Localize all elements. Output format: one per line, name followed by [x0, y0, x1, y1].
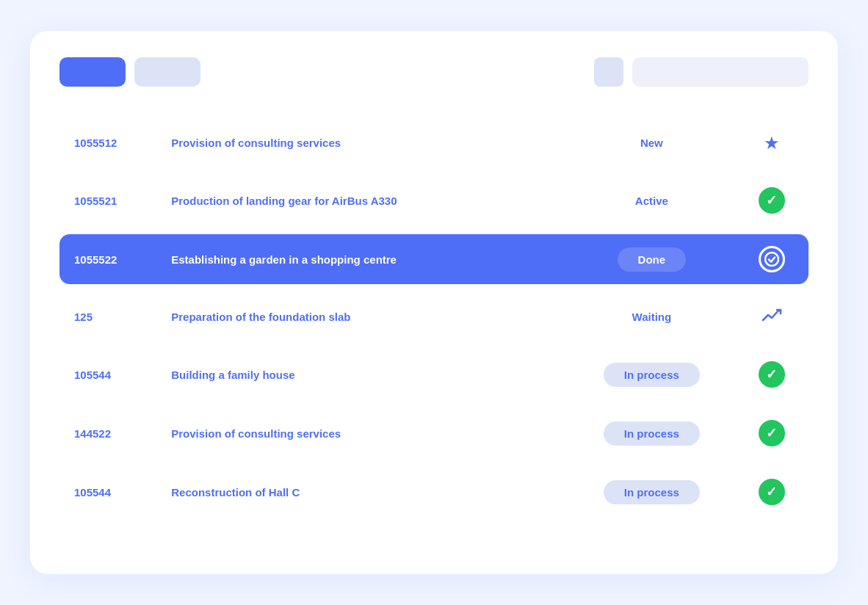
checkmark-icon: ✓	[759, 187, 785, 214]
toolbar-right	[594, 57, 809, 87]
row-name: Reconstruction of Hall C	[156, 467, 568, 517]
row-id: 105544	[59, 467, 156, 517]
row-spacer	[59, 170, 809, 173]
row-id: 125	[59, 293, 156, 341]
row-status: In process	[568, 467, 734, 517]
trending-icon	[762, 307, 782, 327]
row-spacer	[59, 461, 809, 464]
row-spacer	[59, 228, 809, 231]
search-input[interactable]	[632, 57, 809, 87]
row-status: In process	[568, 349, 734, 399]
row-name: Production of landing gear for AirBus A3…	[156, 175, 568, 225]
status-badge: In process	[604, 421, 700, 446]
row-status: Waiting	[568, 293, 734, 341]
table-row[interactable]: 1055521Production of landing gear for Ai…	[59, 175, 809, 225]
table-row[interactable]: 105544Building a family houseIn process✓	[59, 349, 809, 399]
row-spacer	[59, 344, 809, 347]
filter-icon[interactable]	[594, 57, 623, 87]
table-row[interactable]: 144522Provision of consulting servicesIn…	[59, 408, 809, 458]
row-id: 1055522	[59, 234, 156, 284]
star-icon: ★	[764, 133, 780, 153]
row-status: New	[568, 119, 734, 167]
status-badge: Waiting	[612, 305, 692, 329]
checkmark-outline-icon	[759, 246, 785, 272]
table-row[interactable]: 125Preparation of the foundation slabWai…	[59, 293, 809, 341]
checkmark-icon: ✓	[759, 479, 785, 505]
row-status: Done	[568, 234, 734, 284]
row-action[interactable]: ✓	[734, 467, 809, 517]
row-status: Active	[568, 175, 734, 225]
row-action[interactable]: ✓	[734, 175, 809, 225]
row-spacer	[59, 402, 809, 405]
status-badge: Done	[618, 247, 687, 272]
row-action[interactable]: ✓	[734, 408, 809, 458]
toolbar-left	[59, 57, 200, 87]
row-action[interactable]	[734, 293, 809, 341]
status-badge: New	[620, 131, 684, 155]
status-badge: In process	[604, 480, 700, 504]
row-id: 1055521	[59, 175, 156, 225]
checkmark-icon: ✓	[759, 420, 785, 446]
toolbar	[59, 57, 809, 87]
status-badge: Active	[615, 189, 689, 213]
row-action[interactable]: ✓	[734, 349, 809, 399]
status-badge: In process	[604, 363, 700, 387]
row-id: 1055512	[59, 119, 156, 167]
row-name: Provision of consulting services	[156, 408, 568, 458]
row-action[interactable]	[734, 234, 809, 284]
data-table: 1055512Provision of consulting servicesN…	[59, 116, 809, 520]
row-name: Provision of consulting services	[156, 119, 568, 167]
primary-button[interactable]	[59, 57, 126, 87]
secondary-button[interactable]	[134, 57, 200, 87]
svg-point-0	[765, 253, 778, 266]
row-id: 144522	[59, 408, 156, 458]
row-action[interactable]: ★	[734, 119, 809, 167]
checkmark-icon: ✓	[759, 361, 785, 388]
row-spacer	[59, 287, 809, 290]
main-card: 1055512Provision of consulting servicesN…	[30, 31, 838, 574]
table-row[interactable]: 1055522Establishing a garden in a shoppi…	[59, 234, 809, 284]
row-id: 105544	[59, 349, 156, 399]
row-status: In process	[568, 408, 734, 458]
table-row[interactable]: 105544Reconstruction of Hall CIn process…	[59, 467, 809, 517]
table-row[interactable]: 1055512Provision of consulting servicesN…	[59, 119, 809, 167]
row-name: Preparation of the foundation slab	[156, 293, 568, 341]
row-name: Building a family house	[156, 349, 568, 399]
row-name: Establishing a garden in a shopping cent…	[156, 234, 568, 284]
